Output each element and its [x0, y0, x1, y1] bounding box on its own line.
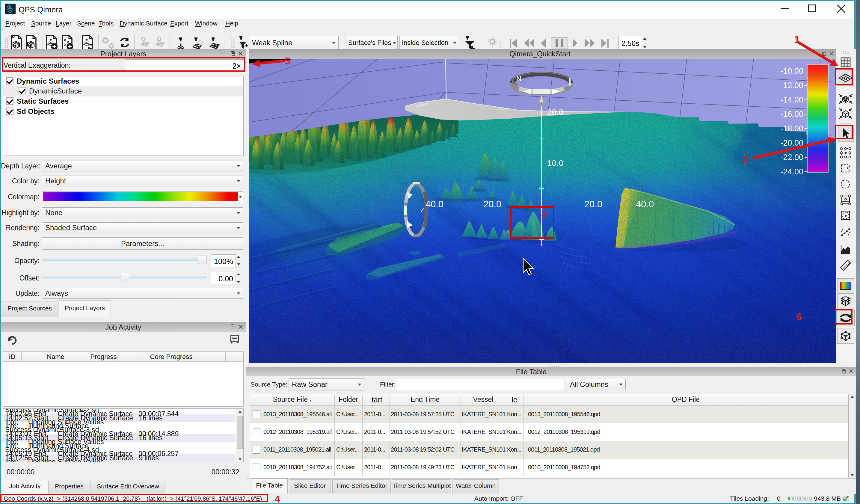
svg-text:-24.00: -24.00	[780, 167, 803, 176]
svg-text:-22.00: -22.00	[780, 153, 803, 162]
svg-text:20.0: 20.0	[547, 107, 564, 117]
svg-text:×: ×	[64, 42, 67, 47]
svg-text:-18.00: -18.00	[780, 124, 803, 133]
svg-text:-20.00: -20.00	[780, 139, 803, 147]
svg-text:-14.00: -14.00	[780, 95, 803, 104]
svg-text:N: N	[516, 75, 521, 83]
svg-text:20.0: 20.0	[483, 199, 501, 210]
svg-text:-16.00: -16.00	[780, 110, 803, 119]
svg-text:40.0: 40.0	[426, 199, 444, 210]
svg-text:-12.00: -12.00	[780, 81, 803, 90]
svg-text:40.0: 40.0	[636, 199, 654, 210]
svg-text:-10.00: -10.00	[780, 67, 803, 75]
svg-text:20.0: 20.0	[584, 199, 602, 210]
svg-text:10.0: 10.0	[547, 159, 564, 168]
svg-text:×: ×	[64, 37, 67, 42]
